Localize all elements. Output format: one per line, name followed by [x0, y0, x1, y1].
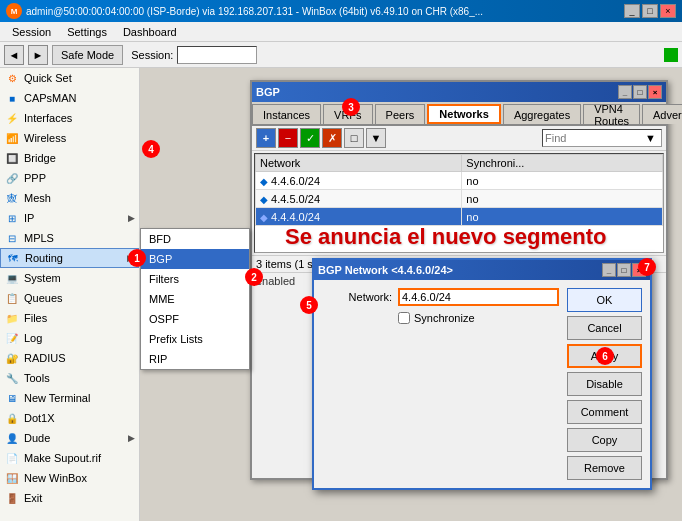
- bridge-icon: 🔲: [4, 150, 20, 166]
- safe-mode-btn[interactable]: Safe Mode: [52, 45, 123, 65]
- sidebar-item-ip[interactable]: ⊞ IP ▶: [0, 208, 139, 228]
- bgp-maximize-btn[interactable]: □: [633, 85, 647, 99]
- enable-network-btn[interactable]: ✓: [300, 128, 320, 148]
- sidebar-item-new-winbox[interactable]: 🪟 New WinBox: [0, 468, 139, 488]
- sidebar-item-dot1x[interactable]: 🔒 Dot1X: [0, 408, 139, 428]
- tab-instances[interactable]: Instances: [252, 104, 321, 124]
- routing-submenu-prefix-lists[interactable]: Prefix Lists: [141, 329, 249, 349]
- sidebar-item-bridge[interactable]: 🔲 Bridge: [0, 148, 139, 168]
- synchronize-checkbox[interactable]: [398, 312, 410, 324]
- sidebar-item-quick-set[interactable]: ⚙ Quick Set: [0, 68, 139, 88]
- menu-session[interactable]: Session: [4, 24, 59, 40]
- sidebar-item-exit[interactable]: 🚪 Exit: [0, 488, 139, 508]
- dialog-title-bar: BGP Network <4.4.6.0/24> _ □ ×: [314, 260, 650, 280]
- connection-status: [664, 48, 678, 62]
- dude-icon: 👤: [4, 430, 20, 446]
- search-dropdown[interactable]: ▼: [645, 132, 656, 144]
- sidebar-item-routing[interactable]: 🗺 Routing ▶: [0, 248, 139, 268]
- back-btn[interactable]: ◄: [4, 45, 24, 65]
- terminal-icon: 🖥: [4, 390, 20, 406]
- col-sync: Synchroni...: [462, 155, 663, 172]
- sidebar-item-mesh[interactable]: 🕸 Mesh: [0, 188, 139, 208]
- exit-icon: 🚪: [4, 490, 20, 506]
- title-bar-controls: _ □ ×: [624, 4, 676, 18]
- network-cell: ◆ 4.4.4.0/24: [256, 208, 462, 226]
- network-input[interactable]: [398, 288, 559, 306]
- system-icon: 💻: [4, 270, 20, 286]
- sidebar-item-label: Dude: [24, 432, 50, 444]
- routing-submenu-bgp[interactable]: BGP: [141, 249, 249, 269]
- sidebar-item-tools[interactable]: 🔧 Tools: [0, 368, 139, 388]
- tab-networks[interactable]: Networks: [427, 104, 501, 124]
- sidebar-item-label: MPLS: [24, 232, 54, 244]
- tab-aggregates[interactable]: Aggregates: [503, 104, 581, 124]
- table-row[interactable]: ◆ 4.4.6.0/24 no: [256, 172, 663, 190]
- sidebar-item-label: Interfaces: [24, 112, 72, 124]
- minimize-btn[interactable]: _: [624, 4, 640, 18]
- dialog-form: Network: Synchronize: [322, 288, 559, 480]
- sidebar-item-interfaces[interactable]: ⚡ Interfaces: [0, 108, 139, 128]
- sidebar-item-capsman[interactable]: ■ CAPsMAN: [0, 88, 139, 108]
- close-btn[interactable]: ×: [660, 4, 676, 18]
- sidebar-item-radius[interactable]: 🔐 RADIUS: [0, 348, 139, 368]
- sidebar-item-files[interactable]: 📁 Files: [0, 308, 139, 328]
- ip-arrow: ▶: [128, 213, 135, 223]
- sidebar-item-wireless[interactable]: 📶 Wireless: [0, 128, 139, 148]
- tab-peers[interactable]: Peers: [375, 104, 426, 124]
- forward-btn[interactable]: ►: [28, 45, 48, 65]
- remove-network-btn[interactable]: −: [278, 128, 298, 148]
- sidebar-item-make-supout[interactable]: 📄 Make Supout.rif: [0, 448, 139, 468]
- sidebar-item-system[interactable]: 💻 System: [0, 268, 139, 288]
- sidebar-item-label: Wireless: [24, 132, 66, 144]
- table-row[interactable]: ◆ 4.4.5.0/24 no: [256, 190, 663, 208]
- annotation-1: 1: [128, 249, 146, 267]
- tab-vpn4-routes[interactable]: VPN4 Routes: [583, 104, 640, 124]
- routing-submenu-mme[interactable]: MME: [141, 289, 249, 309]
- disable-network-btn[interactable]: ✗: [322, 128, 342, 148]
- sidebar-item-ppp[interactable]: 🔗 PPP: [0, 168, 139, 188]
- cancel-btn[interactable]: Cancel: [567, 316, 642, 340]
- bgp-close-btn[interactable]: ×: [648, 85, 662, 99]
- copy-network-btn[interactable]: □: [344, 128, 364, 148]
- session-input[interactable]: [177, 46, 257, 64]
- filter-btn[interactable]: ▼: [366, 128, 386, 148]
- dialog-minimize-btn[interactable]: _: [602, 263, 616, 277]
- sidebar-item-mpls[interactable]: ⊟ MPLS: [0, 228, 139, 248]
- disable-btn[interactable]: Disable: [567, 372, 642, 396]
- sidebar-item-dude[interactable]: 👤 Dude ▶: [0, 428, 139, 448]
- ok-btn[interactable]: OK: [567, 288, 642, 312]
- bgp-window-title: BGP _ □ ×: [252, 82, 666, 102]
- annotation-7: 7: [638, 258, 656, 276]
- maximize-btn[interactable]: □: [642, 4, 658, 18]
- sidebar-item-log[interactable]: 📝 Log: [0, 328, 139, 348]
- routing-submenu-bfd[interactable]: BFD: [141, 229, 249, 249]
- table-row[interactable]: ◆ 4.4.4.0/24 no: [256, 208, 663, 226]
- dialog-maximize-btn[interactable]: □: [617, 263, 631, 277]
- mesh-icon: 🕸: [4, 190, 20, 206]
- sidebar-item-label: Queues: [24, 292, 63, 304]
- remove-btn[interactable]: Remove: [567, 456, 642, 480]
- menu-settings[interactable]: Settings: [59, 24, 115, 40]
- routing-submenu-ospf[interactable]: OSPF: [141, 309, 249, 329]
- sync-cell: no: [462, 172, 663, 190]
- routing-submenu-rip[interactable]: RIP: [141, 349, 249, 369]
- sidebar-item-queues[interactable]: 📋 Queues: [0, 288, 139, 308]
- sync-cell: no: [462, 190, 663, 208]
- menu-bar: Session Settings Dashboard: [0, 22, 682, 42]
- bgp-minimize-btn[interactable]: _: [618, 85, 632, 99]
- comment-btn[interactable]: Comment: [567, 400, 642, 424]
- quick-set-icon: ⚙: [4, 70, 20, 86]
- dot1x-icon: 🔒: [4, 410, 20, 426]
- search-input[interactable]: [545, 132, 645, 144]
- sidebar-item-label: Routing: [25, 252, 63, 264]
- sidebar-item-label: New WinBox: [24, 472, 87, 484]
- sidebar-item-new-terminal[interactable]: 🖥 New Terminal: [0, 388, 139, 408]
- add-network-btn[interactable]: +: [256, 128, 276, 148]
- sidebar: ⚙ Quick Set ■ CAPsMAN ⚡ Interfaces 📶 Wir…: [0, 68, 140, 521]
- copy-btn[interactable]: Copy: [567, 428, 642, 452]
- menu-dashboard[interactable]: Dashboard: [115, 24, 185, 40]
- dialog-title-text: BGP Network <4.4.6.0/24>: [318, 264, 602, 276]
- routing-submenu-filters[interactable]: Filters: [141, 269, 249, 289]
- bgp-tab-bar: Instances VRFs Peers Networks Aggregates…: [252, 102, 666, 126]
- tab-advertisements[interactable]: Advertisements: [642, 104, 682, 124]
